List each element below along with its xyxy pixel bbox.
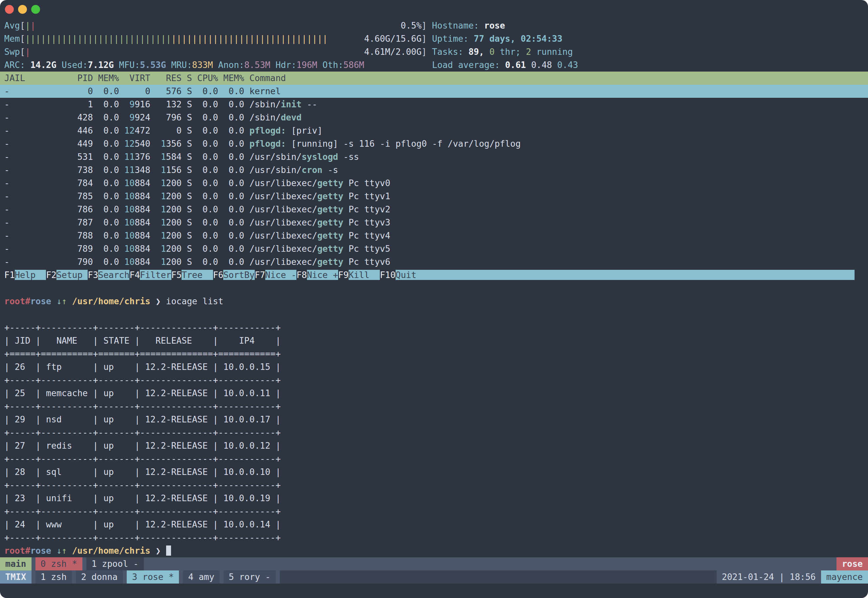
terminal-text: Pc ttyv0 <box>343 178 390 188</box>
tmux-window-1-zpool[interactable]: 1 zpool - <box>86 557 144 570</box>
terminal-text: - 531 0.0 <box>4 152 119 162</box>
text-cursor <box>166 546 171 556</box>
process-table-header[interactable]: JAIL PID MEM% VIRT RES S CPU% MEM% Comma… <box>0 72 868 85</box>
jail-table-row-sql: | 28 | sql | up | 12.2-RELEASE | 10.0.0.… <box>0 465 868 478</box>
column-headers: JAIL PID MEM% VIRT RES S CPU% MEM% Comma… <box>4 73 286 83</box>
jail-table-border: +-----+----------+-------+--------------… <box>0 426 868 439</box>
terminal-text: 10 <box>124 257 135 267</box>
prompt-user: root# <box>4 546 30 556</box>
tmux-window-1-zsh[interactable]: 1 zsh <box>36 570 72 583</box>
terminal-text: -ss <box>338 152 359 162</box>
terminal-text: [priv] <box>286 126 322 136</box>
terminal-text: Pc ttyv4 <box>343 230 390 241</box>
process-row-pid-786[interactable]: - 786 0.0 10884 1200 S 0.0 0.0 /usr/libe… <box>0 203 868 216</box>
terminal-text: syslogd <box>302 152 338 162</box>
tmux-separator <box>276 570 280 583</box>
terminal-text: Load average: <box>427 60 505 70</box>
tmux-window-2-donna[interactable]: 2 donna <box>76 570 123 583</box>
shell-prompt-cursor-line[interactable]: root#rose ↓↑ /usr/home/chris ❯ <box>0 544 868 557</box>
process-row-pid-449[interactable]: - 449 0.0 12540 1356 S 0.0 0.0 pflogd: [… <box>0 137 868 150</box>
terminal-text <box>119 112 130 123</box>
fkey-label-sortby[interactable]: SortBy <box>223 270 254 280</box>
close-button[interactable] <box>5 5 14 14</box>
terminal-text: /usr/libexec/ <box>250 230 317 241</box>
fkey-f4: F4 <box>129 270 140 280</box>
terminal-text <box>67 546 72 556</box>
terminal-text: 196M <box>296 60 317 70</box>
fkey-label-filter[interactable]: Filter <box>140 270 171 280</box>
terminal-text: - 786 0.0 <box>4 204 119 214</box>
terminal-text: 4.61M/2.00G <box>30 46 422 57</box>
terminal-text: /usr/sbin/ <box>250 165 302 175</box>
process-row-pid-1[interactable]: - 1 0.0 9916 132 S 0.0 0.0 /sbin/init -- <box>0 98 868 111</box>
terminal-text: 348 <box>135 165 150 175</box>
arrow-up-icon: ↑ <box>62 546 67 556</box>
function-key-bar[interactable]: F1Help F2Setup F3SearchF4FilterF5Tree F6… <box>0 269 868 282</box>
fkey-label-help[interactable]: Help <box>15 270 46 280</box>
arc-stats-line: ARC: 14.2G Used:7.12G MFU:5.53G MRU:833M… <box>0 58 868 72</box>
fkey-label-quit[interactable]: Quit <box>396 270 855 280</box>
terminal-text: S 0.0 0.0 <box>181 99 250 109</box>
terminal-text <box>150 217 161 227</box>
terminal-text: 10 <box>124 230 135 241</box>
terminal-text: 924 <box>135 112 150 123</box>
process-row-pid-428[interactable]: - 428 0.0 9924 796 S 0.0 0.0 /sbin/devd <box>0 111 868 124</box>
shell-prompt-command-line: root#rose ↓↑ /usr/home/chris ❯ iocage li… <box>0 295 868 308</box>
process-row-pid-0[interactable]: - 0 0.0 0 576 S 0.0 0.0 kernel <box>0 85 868 98</box>
process-row-pid-784[interactable]: - 784 0.0 10884 1200 S 0.0 0.0 /usr/libe… <box>0 176 868 190</box>
process-row-pid-787[interactable]: - 787 0.0 10884 1200 S 0.0 0.0 /usr/libe… <box>0 216 868 229</box>
tmux-window-5-rory[interactable]: 5 rory - <box>224 570 276 583</box>
terminal-text: /usr/libexec/ <box>250 204 317 214</box>
terminal-text: 576 <box>166 86 182 96</box>
tmux-datetime: 2021-01-24 | 18:56 <box>717 570 821 583</box>
terminal-text: +-----+----------+-------+--------------… <box>4 322 281 332</box>
terminal-text: 540 <box>135 139 150 149</box>
avg-meter-line: Avg[|| 0.5%] Hostname: rose <box>0 19 868 32</box>
terminal-text: 10 <box>124 191 135 201</box>
tmux-session-tmix[interactable]: TMIX <box>0 570 31 583</box>
maximize-button[interactable] <box>31 5 40 14</box>
process-row-pid-790[interactable]: - 790 0.0 10884 1200 S 0.0 0.0 /usr/libe… <box>0 255 868 269</box>
terminal-text <box>150 296 156 306</box>
process-row-pid-446[interactable]: - 446 0.0 12472 0 S 0.0 0.0 pflogd: [pri… <box>0 124 868 137</box>
terminal-text: pflogd: <box>250 139 286 149</box>
tmux-session-main[interactable]: main <box>0 557 31 570</box>
terminal-text: S 0.0 0.0 <box>181 126 250 136</box>
process-row-pid-788[interactable]: - 788 0.0 10884 1200 S 0.0 0.0 /usr/libe… <box>0 229 868 242</box>
jail-table-row-memcache: | 25 | memcache | up | 12.2-RELEASE | 10… <box>0 387 868 400</box>
fkey-label-nice[interactable]: Nice + <box>307 270 338 280</box>
mem-meter-line: Mem[||||||||||||||||||||||||||||||||||||… <box>0 32 868 45</box>
terminal-text <box>119 152 124 162</box>
fkey-label-setup[interactable]: Setup <box>57 270 88 280</box>
fkey-f9: F9 <box>338 270 349 280</box>
tmux-hostname-rose: rose <box>837 557 868 570</box>
terminal-text: Mem <box>4 33 20 44</box>
terminal-text <box>119 178 124 188</box>
terminal-text <box>161 546 166 556</box>
terminal-text: 796 <box>166 112 182 123</box>
minimize-button[interactable] <box>18 5 27 14</box>
process-row-pid-738[interactable]: - 738 0.0 11348 1156 S 0.0 0.0 /usr/sbin… <box>0 163 868 176</box>
titlebar[interactable] <box>0 0 868 18</box>
terminal-text: 9 <box>129 112 135 123</box>
terminal-text: - 787 0.0 <box>4 217 119 227</box>
tmux-window-4-amy[interactable]: 4 amy <box>183 570 219 583</box>
terminal-text: - 788 0.0 <box>4 230 119 241</box>
jail-table-border: +-----+----------+-------+--------------… <box>0 321 868 334</box>
process-row-pid-785[interactable]: - 785 0.0 10884 1200 S 0.0 0.0 /usr/libe… <box>0 190 868 203</box>
terminal-text: 472 <box>135 126 150 136</box>
tmux-separator <box>31 570 36 583</box>
fkey-label-tree[interactable]: Tree <box>181 270 213 280</box>
tmux-window-0-zsh[interactable]: 0 zsh * <box>36 557 82 570</box>
avg-meter-bars: | <box>25 20 30 30</box>
blank-line <box>0 308 868 321</box>
fkey-label-kill[interactable]: Kill <box>349 270 380 280</box>
tmux-outer-status-bar: TMIX 1 zsh 2 donna 3 rose * 4 amy 5 rory… <box>0 570 868 583</box>
tmux-window-3-rose-active[interactable]: 3 rose * <box>127 570 179 583</box>
fkey-label-search[interactable]: Search <box>98 270 129 280</box>
terminal-text: 200 <box>166 244 182 254</box>
process-row-pid-531[interactable]: - 531 0.0 11376 1584 S 0.0 0.0 /usr/sbin… <box>0 150 868 163</box>
fkey-label-nice[interactable]: Nice - <box>265 270 296 280</box>
jail-table-border: +-----+----------+-------+--------------… <box>0 400 868 413</box>
process-row-pid-789[interactable]: - 789 0.0 10884 1200 S 0.0 0.0 /usr/libe… <box>0 242 868 255</box>
